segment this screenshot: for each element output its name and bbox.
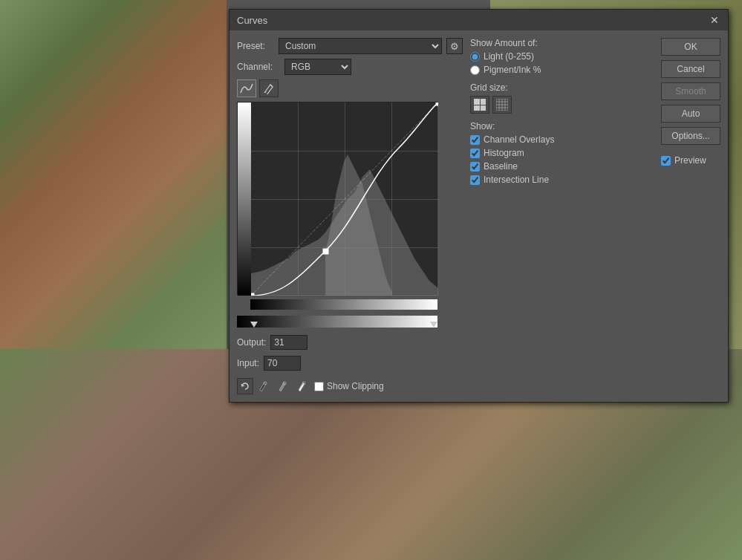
curve-line <box>251 102 438 296</box>
left-panel: Preset: Custom ⚙ Channel: RGB Red Green … <box>237 38 463 394</box>
options-button[interactable]: Options... <box>661 127 720 145</box>
light-label: Light (0-255) <box>484 51 534 62</box>
show-clipping-checkbox[interactable] <box>314 382 324 391</box>
show-clipping-checkbox-label[interactable]: Show Clipping <box>314 381 384 391</box>
svg-rect-2 <box>251 293 254 296</box>
black-eyedropper-button[interactable] <box>256 378 273 394</box>
light-radio[interactable] <box>470 52 480 62</box>
channel-select[interactable]: RGB Red Green Blue <box>284 59 351 75</box>
pencil-tool-button[interactable] <box>259 79 279 97</box>
light-radio-label[interactable]: Light (0-255) <box>470 51 654 62</box>
options-column: Show Amount of: Light (0-255) Pigment/In… <box>470 38 654 185</box>
gear-button[interactable]: ⚙ <box>446 38 463 54</box>
close-button[interactable]: ✕ <box>709 14 720 26</box>
grid-size-section: Grid size: <box>470 82 654 114</box>
ok-button[interactable]: OK <box>661 38 720 56</box>
aerial-background-top <box>0 0 227 349</box>
cancel-button[interactable]: Cancel <box>661 60 720 78</box>
pigment-label: Pigment/Ink % <box>484 65 541 75</box>
curves-canvas[interactable] <box>237 102 437 295</box>
input-value[interactable] <box>264 356 301 371</box>
black-point-slider[interactable] <box>250 322 258 328</box>
gray-eyedropper-button[interactable] <box>276 378 292 394</box>
baseline-label[interactable]: Baseline <box>470 161 654 172</box>
histogram-text: Histogram <box>484 148 524 158</box>
buttons-column: OK Cancel Smooth Auto Options... Preview <box>661 38 720 185</box>
smooth-button[interactable]: Smooth <box>661 82 720 100</box>
grid-4-button[interactable] <box>470 96 489 114</box>
grid-4-icon <box>474 99 486 111</box>
dialog-title: Curves <box>237 15 267 26</box>
intersection-line-text: Intersection Line <box>484 175 549 185</box>
channel-row: Channel: RGB Red Green Blue <box>237 59 463 75</box>
gradient-slider[interactable] <box>237 316 437 328</box>
output-row: Output: <box>237 335 463 350</box>
horizontal-gradient-bar <box>250 299 437 310</box>
histogram-checkbox[interactable] <box>470 149 480 158</box>
grid-10-button[interactable] <box>492 96 512 114</box>
preset-label: Preset: <box>237 41 274 51</box>
pigment-radio[interactable] <box>470 65 480 75</box>
dialog-titlebar: Curves ✕ <box>230 10 728 30</box>
input-row: Input: <box>237 356 463 371</box>
show-section: Show: Channel Overlays Histogram Baselin… <box>470 121 654 185</box>
input-label: Input: <box>237 358 259 368</box>
curve-tool-button[interactable] <box>237 79 256 97</box>
baseline-checkbox[interactable] <box>470 162 480 172</box>
show-amount-title: Show Amount of: <box>470 38 654 48</box>
pigment-radio-label[interactable]: Pigment/Ink % <box>470 65 654 75</box>
top-right-row: Show Amount of: Light (0-255) Pigment/In… <box>470 38 720 185</box>
output-label: Output: <box>237 337 266 348</box>
preset-select[interactable]: Custom <box>279 38 442 54</box>
channel-overlays-label[interactable]: Channel Overlays <box>470 134 654 145</box>
intersection-line-checkbox[interactable] <box>470 175 480 185</box>
right-column: Show Amount of: Light (0-255) Pigment/In… <box>470 38 720 394</box>
preview-text: Preview <box>674 155 706 166</box>
show-clipping-label: Show Clipping <box>327 381 384 391</box>
intersection-line-label[interactable]: Intersection Line <box>470 175 654 185</box>
channel-label: Channel: <box>237 62 280 72</box>
grid-size-title: Grid size: <box>470 82 654 93</box>
output-value[interactable] <box>270 335 307 350</box>
eyedropper-row: Show Clipping <box>237 378 463 394</box>
show-title: Show: <box>470 121 654 131</box>
white-point-slider[interactable] <box>430 322 437 328</box>
channel-overlays-checkbox[interactable] <box>470 135 480 145</box>
svg-rect-3 <box>323 249 328 254</box>
baseline-text: Baseline <box>484 161 518 172</box>
preview-label[interactable]: Preview <box>661 155 720 166</box>
channel-overlays-text: Channel Overlays <box>484 134 554 145</box>
auto-button[interactable]: Auto <box>661 105 720 123</box>
tools-row <box>237 79 463 97</box>
svg-line-0 <box>270 85 273 87</box>
grid-10-icon <box>496 99 508 111</box>
grid-icons-row <box>470 96 654 114</box>
dialog-body: Preset: Custom ⚙ Channel: RGB Red Green … <box>230 30 728 402</box>
preview-checkbox[interactable] <box>661 156 671 166</box>
white-eyedropper-button[interactable] <box>295 378 311 394</box>
svg-rect-4 <box>436 102 438 105</box>
undo-button[interactable] <box>237 378 253 394</box>
preset-row: Preset: Custom ⚙ <box>237 38 463 54</box>
curves-dialog: Curves ✕ Preset: Custom ⚙ Channel: RGB R… <box>229 9 729 403</box>
show-amount-section: Show Amount of: Light (0-255) Pigment/In… <box>470 38 654 75</box>
histogram-label[interactable]: Histogram <box>470 148 654 158</box>
vertical-gradient-strip <box>238 102 251 296</box>
